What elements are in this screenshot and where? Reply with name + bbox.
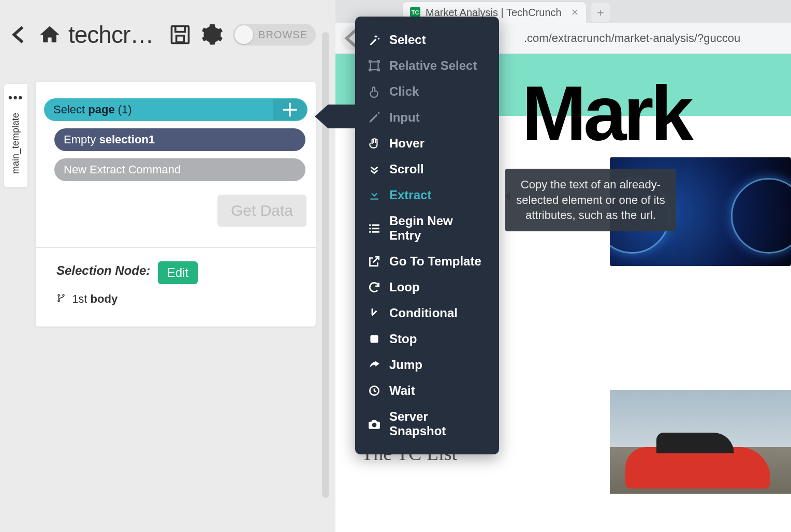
selection-node-label: Selection Node:: [56, 263, 150, 278]
chevrons-icon: [368, 162, 381, 176]
ctx-item-label: Input: [389, 110, 420, 125]
project-title: techcru…: [68, 21, 162, 49]
ctx-item-wait[interactable]: Wait: [355, 378, 499, 404]
ctx-item-go-to-template[interactable]: Go To Template: [355, 248, 499, 274]
get-data-button[interactable]: Get Data: [217, 195, 306, 227]
svg-rect-7: [369, 228, 371, 229]
ctx-item-relative-select[interactable]: Relative Select: [355, 53, 499, 79]
cmd-text: Select page (1): [53, 103, 132, 116]
article-image: [610, 390, 791, 494]
clock-icon: [368, 384, 381, 397]
toolbar-right: BROWSE: [169, 23, 316, 46]
camera-icon: [368, 417, 381, 431]
external-icon: [368, 255, 381, 268]
ctx-item-select[interactable]: Select: [355, 27, 499, 53]
browse-toggle[interactable]: BROWSE: [233, 24, 316, 46]
template-tab-label: main_template: [10, 110, 21, 177]
close-tab-icon[interactable]: ✕: [571, 7, 579, 18]
relselect-icon: [368, 59, 381, 72]
edit-button[interactable]: Edit: [158, 261, 198, 284]
page-headline: Mark: [522, 75, 791, 152]
toggle-label: BROWSE: [258, 29, 307, 41]
svg-rect-9: [372, 224, 379, 226]
turndown-icon: [368, 306, 381, 320]
ctx-item-stop[interactable]: Stop: [355, 326, 499, 352]
gear-icon[interactable]: [201, 23, 224, 46]
ctx-item-click[interactable]: Click: [355, 79, 499, 105]
stop-icon: [368, 332, 381, 346]
new-extract-command[interactable]: New Extract Command: [54, 158, 305, 181]
selection-path: 1st body: [56, 292, 303, 306]
svg-rect-8: [369, 231, 371, 232]
refresh-icon: [368, 280, 381, 294]
download-icon: [368, 188, 381, 202]
ctx-item-label: Loop: [389, 280, 420, 294]
ellipsis-icon[interactable]: •••: [8, 91, 23, 105]
cmd-text: Empty selection1: [64, 133, 155, 146]
topbar: techcru… BROWSE: [0, 0, 326, 64]
ctx-item-label: Scroll: [389, 162, 424, 176]
hand-icon: [368, 137, 381, 150]
empty-selection-command[interactable]: Empty selection1: [54, 128, 305, 151]
wand-icon: [368, 33, 381, 47]
list-icon: [368, 221, 381, 235]
svg-rect-10: [372, 228, 379, 229]
save-icon[interactable]: [169, 23, 192, 46]
svg-point-2: [58, 294, 60, 296]
pencil-icon: [368, 111, 381, 124]
svg-rect-12: [370, 335, 378, 343]
ctx-item-server-snapshot[interactable]: Server Snapshot: [355, 404, 499, 444]
ctx-item-label: Relative Select: [389, 58, 477, 73]
ctx-item-label: Select: [389, 33, 426, 47]
ctx-item-scroll[interactable]: Scroll: [355, 156, 499, 182]
pointer-icon: [368, 85, 381, 98]
selection-block: Selection Node: Edit 1st body: [36, 247, 316, 327]
ctx-item-label: Click: [389, 84, 419, 99]
ctx-item-label: Conditional: [389, 306, 458, 320]
ctx-item-extract[interactable]: Extract: [355, 182, 499, 208]
ctx-item-input[interactable]: Input: [355, 105, 499, 130]
ctx-item-hover[interactable]: Hover: [355, 130, 499, 156]
svg-point-3: [58, 300, 60, 302]
ctx-item-begin-new-entry[interactable]: Begin New Entry: [355, 208, 499, 248]
branch-icon: [56, 292, 66, 306]
svg-rect-1: [177, 36, 184, 42]
tab-favicon: TC: [410, 7, 420, 18]
ctx-item-label: Stop: [389, 332, 417, 346]
context-menu: SelectRelative SelectClickInputHoverScro…: [355, 17, 499, 454]
sidebar-panel: techcru… BROWSE ••• main_template Select…: [0, 0, 326, 532]
add-command-button[interactable]: [273, 99, 306, 120]
ctx-item-label: Jump: [389, 358, 422, 372]
ctx-item-label: Begin New Entry: [389, 214, 487, 243]
ctx-item-label: Wait: [389, 383, 415, 398]
ctx-item-conditional[interactable]: Conditional: [355, 300, 499, 326]
ctx-item-label: Server Snapshot: [389, 409, 487, 438]
ctx-item-loop[interactable]: Loop: [355, 274, 499, 300]
svg-point-4: [63, 294, 64, 296]
share-icon: [368, 358, 381, 372]
new-tab-button[interactable]: ＋: [591, 3, 610, 22]
divider-scrollbar[interactable]: [322, 32, 329, 498]
ctx-item-label: Hover: [389, 136, 424, 151]
ctx-item-label: Extract: [389, 188, 431, 202]
command-area: Select page (1) Empty selection1 New Ext…: [35, 82, 316, 327]
toggle-knob: [235, 25, 253, 44]
svg-rect-11: [372, 231, 379, 232]
svg-rect-5: [370, 62, 378, 69]
back-arrow-icon[interactable]: [8, 23, 31, 46]
home-icon[interactable]: [38, 23, 61, 46]
template-tab-rail[interactable]: ••• main_template: [4, 84, 27, 187]
extract-tooltip: Copy the text of an already-selected ele…: [505, 169, 676, 231]
cmd-text: New Extract Command: [64, 163, 181, 176]
svg-rect-6: [369, 224, 371, 226]
ctx-item-jump[interactable]: Jump: [355, 352, 499, 378]
ctx-item-label: Go To Template: [389, 254, 481, 269]
select-page-command[interactable]: Select page (1): [44, 98, 307, 121]
